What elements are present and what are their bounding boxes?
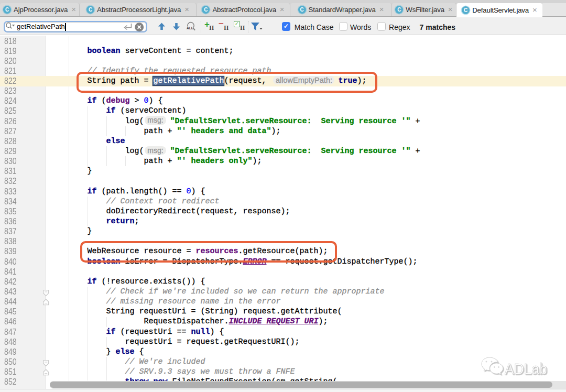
svg-text:ADLab: ADLab xyxy=(505,360,547,377)
svg-text:ALL: ALL xyxy=(187,26,193,30)
